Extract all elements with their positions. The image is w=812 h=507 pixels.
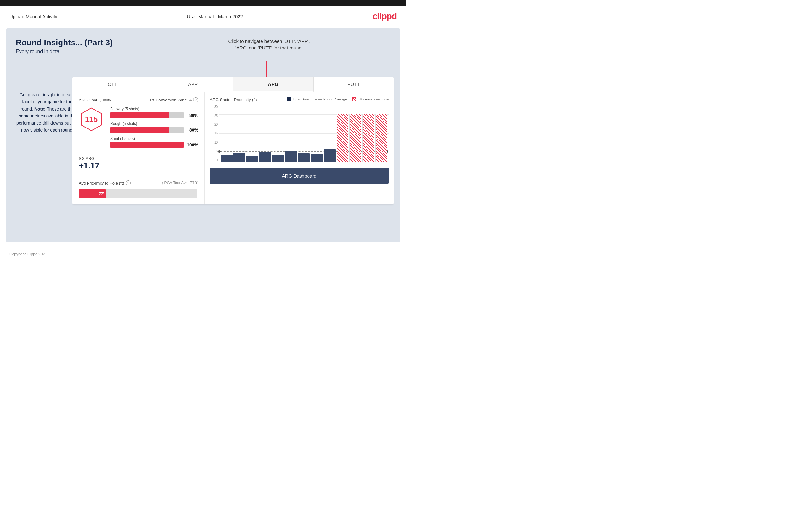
bar-8 bbox=[311, 105, 323, 162]
note-label: Note: bbox=[34, 106, 46, 111]
legend-hatched-icon bbox=[352, 97, 356, 101]
y-label-30: 30 bbox=[214, 105, 218, 109]
bar-fill-13 bbox=[375, 114, 387, 162]
bar-fill-1 bbox=[220, 155, 233, 162]
clippd-logo: clippd bbox=[373, 11, 397, 21]
proximity-section: Avg Proximity to Hole (ft) ? ↑ PGA Tour … bbox=[79, 176, 198, 199]
top-bar bbox=[0, 0, 406, 6]
bar-fill-3 bbox=[246, 156, 258, 162]
sand-shot-row: Sand (1 shots) 100% bbox=[110, 136, 198, 148]
proximity-header: Avg Proximity to Hole (ft) ? ↑ PGA Tour … bbox=[79, 180, 198, 185]
bar-fill-6 bbox=[285, 151, 297, 162]
y-label-5: 5 bbox=[216, 150, 218, 153]
legend-6ft-zone: 6 ft conversion zone bbox=[352, 97, 389, 101]
y-label-15: 15 bbox=[214, 132, 218, 135]
bar-fill-5 bbox=[272, 155, 284, 162]
chart-header: ARG Shots - Proximity (ft) Up & Down Rou… bbox=[210, 97, 389, 102]
hexagon-score: 115 bbox=[79, 107, 104, 132]
bar-fill-2 bbox=[234, 153, 246, 162]
sand-pct: 100% bbox=[186, 142, 198, 148]
section-title: Round Insights... (Part 3) bbox=[16, 38, 391, 48]
conversion-label: 6ft Conversion Zone % ? bbox=[150, 97, 198, 102]
bar-fill-12 bbox=[362, 114, 374, 162]
proximity-bar-label: 77' bbox=[99, 191, 104, 196]
y-label-10: 10 bbox=[214, 141, 218, 144]
rough-pct: 80% bbox=[186, 127, 198, 132]
bar-fill-11 bbox=[349, 114, 361, 162]
main-content: Round Insights... (Part 3) Every round i… bbox=[6, 29, 400, 242]
chart-area: 8 bbox=[219, 105, 389, 168]
tab-app[interactable]: APP bbox=[153, 77, 233, 92]
left-panel: ARG Shot Quality 6ft Conversion Zone % ?… bbox=[72, 92, 205, 204]
sand-label: Sand (1 shots) bbox=[110, 136, 198, 141]
upload-label: Upload Manual Activity bbox=[9, 14, 57, 19]
proximity-avg: ↑ PGA Tour Avg: 7'10" bbox=[161, 181, 198, 185]
bar-13 bbox=[375, 105, 387, 162]
rough-bar-container: 80% bbox=[110, 127, 198, 133]
legend-round-avg-label: Round Average bbox=[323, 97, 347, 101]
proximity-cursor bbox=[198, 188, 198, 199]
y-label-20: 20 bbox=[214, 123, 218, 126]
y-label-25: 25 bbox=[214, 114, 218, 117]
bar-3 bbox=[246, 105, 258, 162]
bar-4 bbox=[259, 105, 271, 162]
chart-legend: Up & Down Round Average 6 ft conversion … bbox=[287, 97, 389, 101]
proximity-bar-fill: 77' bbox=[79, 189, 106, 198]
fairway-bar-fill bbox=[110, 112, 169, 118]
bar-10 bbox=[337, 105, 349, 162]
proximity-bar-container: 77' bbox=[79, 188, 198, 199]
fairway-label: Fairway (5 shots) bbox=[110, 107, 198, 111]
rough-bar-track bbox=[110, 127, 184, 133]
dashboard-card: OTT APP ARG PUTT ARG Shot Quality 6ft Co… bbox=[72, 77, 394, 204]
bars-container bbox=[219, 105, 389, 162]
bar-7 bbox=[298, 105, 310, 162]
description-text: Get greater insight into each facet of y… bbox=[16, 92, 78, 132]
bar-1 bbox=[220, 105, 233, 162]
legend-round-avg: Round Average bbox=[315, 97, 347, 101]
legend-square-icon bbox=[287, 97, 291, 101]
legend-up-down-label: Up & Down bbox=[293, 97, 310, 101]
y-label-0: 0 bbox=[216, 158, 218, 162]
sand-bar-track bbox=[110, 142, 184, 148]
sg-label: SG ARG bbox=[79, 156, 198, 161]
legend-up-down: Up & Down bbox=[287, 97, 310, 101]
tab-arg[interactable]: ARG bbox=[233, 77, 313, 92]
tabs-row: OTT APP ARG PUTT bbox=[72, 77, 394, 92]
panel-header-row: ARG Shot Quality 6ft Conversion Zone % ? bbox=[79, 97, 198, 102]
bar-6 bbox=[285, 105, 297, 162]
shot-bars: Fairway (5 shots) 80% Rough (5 shots) bbox=[110, 107, 198, 151]
tab-ott[interactable]: OTT bbox=[72, 77, 153, 92]
help-icon[interactable]: ? bbox=[193, 97, 198, 102]
bar-5 bbox=[272, 105, 284, 162]
rough-bar-fill bbox=[110, 127, 169, 133]
fairway-shot-row: Fairway (5 shots) 80% bbox=[110, 107, 198, 118]
bar-9 bbox=[323, 105, 336, 162]
legend-6ft-label: 6 ft conversion zone bbox=[358, 97, 389, 101]
fairway-bar-container: 80% bbox=[110, 112, 198, 118]
sg-section: SG ARG +1.17 bbox=[79, 156, 198, 171]
legend-dashed-icon bbox=[315, 99, 322, 100]
nav-hint: Click to navigate between 'OTT', 'APP', … bbox=[229, 38, 310, 51]
shot-quality-label: ARG Shot Quality bbox=[79, 98, 111, 102]
left-description: Get greater insight into each facet of y… bbox=[16, 91, 79, 133]
header-divider bbox=[9, 24, 397, 25]
y-axis: 30 25 20 15 10 5 0 bbox=[210, 105, 219, 162]
hex-value: 115 bbox=[85, 115, 98, 124]
fairway-pct: 80% bbox=[186, 113, 198, 118]
rough-label: Rough (5 shots) bbox=[110, 122, 198, 126]
sand-bar-container: 100% bbox=[110, 142, 198, 148]
arg-dashboard-button[interactable]: ARG Dashboard bbox=[210, 168, 389, 184]
copyright: Copyright Clippd 2021 bbox=[9, 252, 47, 256]
sg-value: +1.17 bbox=[79, 161, 198, 171]
proximity-help-icon[interactable]: ? bbox=[126, 180, 131, 185]
fairway-bar-track bbox=[110, 112, 184, 118]
bar-fill-4 bbox=[259, 152, 271, 162]
bar-chart: 30 25 20 15 10 5 0 bbox=[210, 105, 389, 168]
document-title: User Manual - March 2022 bbox=[187, 14, 243, 19]
right-panel: ARG Shots - Proximity (ft) Up & Down Rou… bbox=[205, 92, 394, 204]
bar-2 bbox=[234, 105, 246, 162]
hexagon-container: 115 Fairway (5 shots) 80% bbox=[79, 107, 198, 151]
proximity-label: Avg Proximity to Hole (ft) ? bbox=[79, 180, 131, 185]
content-split: ARG Shot Quality 6ft Conversion Zone % ?… bbox=[72, 92, 394, 204]
tab-putt[interactable]: PUTT bbox=[313, 77, 394, 92]
